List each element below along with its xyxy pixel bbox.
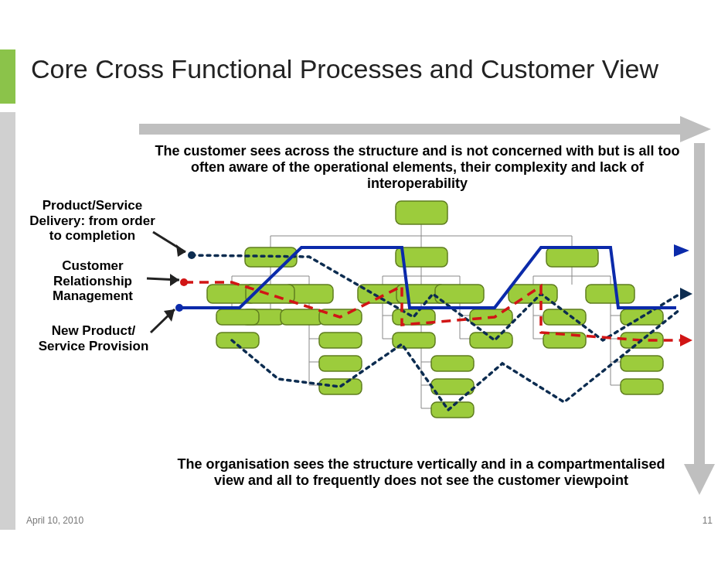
svg-point-41: [180, 278, 188, 286]
svg-rect-21: [319, 333, 362, 348]
svg-rect-2: [694, 143, 705, 468]
svg-rect-4: [396, 201, 447, 224]
svg-rect-7: [546, 247, 598, 267]
svg-rect-36: [621, 379, 663, 394]
svg-marker-40: [680, 288, 692, 300]
svg-point-43: [175, 304, 183, 312]
svg-rect-28: [431, 402, 474, 418]
svg-marker-1: [680, 116, 711, 142]
svg-point-39: [188, 251, 196, 259]
svg-rect-30: [470, 333, 512, 348]
svg-rect-26: [431, 356, 474, 371]
svg-marker-3: [684, 464, 715, 495]
svg-rect-0: [139, 124, 680, 135]
svg-marker-44: [674, 244, 689, 257]
svg-rect-35: [621, 356, 663, 371]
svg-rect-19: [281, 309, 323, 325]
diagram-canvas: [0, 0, 728, 563]
vertical-arrow-icon: [684, 143, 715, 495]
horizontal-arrow-icon: [139, 116, 711, 142]
svg-marker-46: [170, 274, 179, 286]
svg-rect-37: [216, 309, 259, 325]
leader-arrows: [147, 232, 185, 333]
svg-rect-22: [319, 356, 362, 371]
svg-marker-42: [680, 334, 692, 346]
